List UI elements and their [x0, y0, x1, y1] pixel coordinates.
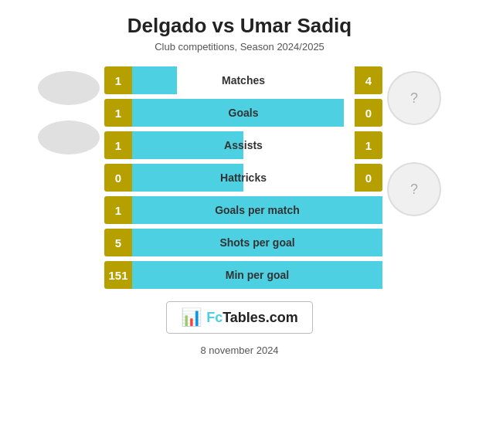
stat-label-spg: Shots per goal — [132, 236, 382, 249]
stat-bar-mpg: Min per goal — [132, 261, 382, 289]
right-avatar-1: ? — [387, 71, 441, 125]
logo-area: 📊 FcTables.com — [166, 301, 313, 334]
logo-box: 📊 FcTables.com — [166, 301, 313, 334]
stat-label-mpg: Min per goal — [132, 269, 382, 281]
stat-row-gpm: 1Goals per match — [104, 196, 382, 224]
logo-text: FcTables.com — [206, 310, 298, 326]
stat-bar-gpm: Goals per match — [132, 196, 382, 224]
right-avatars: ? ? — [387, 66, 441, 216]
stat-left-val-spg: 5 — [104, 229, 132, 256]
stat-label-assists: Assists — [132, 139, 355, 151]
stat-label-goals: Goals — [132, 107, 355, 119]
stat-row-hattricks: 0Hattricks0 — [104, 164, 382, 192]
stats-rows: 1Matches41Goals01Assists10Hattricks01Goa… — [104, 66, 382, 289]
stat-right-val-assists: 1 — [355, 131, 382, 159]
stat-label-matches: Matches — [132, 74, 355, 87]
stat-bar-spg: Shots per goal — [132, 229, 382, 256]
left-avatar-2 — [38, 120, 100, 154]
footer-date: 8 november 2024 — [200, 344, 278, 356]
page-title: Delgado vs Umar Sadiq — [127, 14, 352, 38]
left-avatars — [38, 66, 100, 154]
page-subtitle: Club competitions, Season 2024/2025 — [155, 41, 324, 53]
stat-row-mpg: 151Min per goal — [104, 261, 382, 289]
stat-bar-matches: Matches — [132, 66, 355, 94]
stat-left-val-hattricks: 0 — [104, 164, 132, 192]
stat-right-val-hattricks: 0 — [355, 164, 382, 192]
avatar-placeholder-icon-2: ? — [410, 182, 418, 198]
stat-row-spg: 5Shots per goal — [104, 229, 382, 256]
logo-tables: Tables.com — [223, 310, 298, 325]
stat-left-val-assists: 1 — [104, 131, 132, 159]
stat-row-assists: 1Assists1 — [104, 131, 382, 159]
logo-fc: Fc — [206, 310, 223, 325]
stat-label-gpm: Goals per match — [132, 204, 382, 216]
stat-left-val-mpg: 151 — [104, 261, 132, 289]
stat-left-val-goals: 1 — [104, 99, 132, 127]
stat-bar-goals: Goals — [132, 99, 355, 127]
stat-label-hattricks: Hattricks — [132, 171, 355, 184]
stat-bar-assists: Assists — [132, 131, 355, 159]
stat-row-goals: 1Goals0 — [104, 99, 382, 127]
stat-left-val-matches: 1 — [104, 66, 132, 94]
stat-bar-hattricks: Hattricks — [132, 164, 355, 192]
left-avatar-1 — [38, 71, 100, 105]
right-avatar-2: ? — [387, 162, 441, 216]
page-container: Delgado vs Umar Sadiq Club competitions,… — [0, 0, 479, 448]
stat-right-val-goals: 0 — [355, 99, 382, 127]
stat-left-val-gpm: 1 — [104, 196, 132, 224]
logo-chart-icon: 📊 — [181, 307, 202, 328]
avatar-placeholder-icon: ? — [410, 90, 418, 107]
stats-area: 1Matches41Goals01Assists10Hattricks01Goa… — [8, 66, 471, 289]
stat-right-val-matches: 4 — [355, 66, 382, 94]
stat-row-matches: 1Matches4 — [104, 66, 382, 94]
